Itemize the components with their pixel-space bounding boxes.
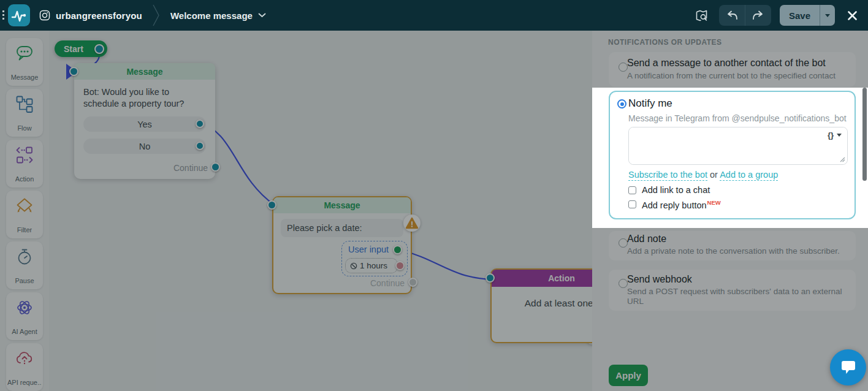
send-message-title[interactable]: Send a message to another contact of the… — [627, 58, 826, 69]
send-webhook-title[interactable]: Send webhook — [627, 274, 692, 285]
continue-row-disabled: Continue — [370, 278, 405, 288]
message-node-2-input-port[interactable] — [267, 200, 276, 210]
undo-button[interactable] — [719, 5, 745, 26]
add-reply-button-label[interactable]: Add reply buttonNEW — [642, 199, 721, 210]
quick-reply-button-no[interactable]: No — [83, 139, 206, 154]
undo-icon — [726, 10, 738, 21]
quick-reply-no-label: No — [139, 142, 151, 151]
chat-bubble-icon — [839, 359, 858, 376]
add-chat-link-checkbox[interactable] — [628, 186, 636, 194]
chevron-down-icon — [258, 13, 266, 18]
flow-name-dropdown[interactable]: Welcome message — [170, 10, 266, 21]
timeout-output-port[interactable] — [395, 261, 405, 270]
continue-output-port-disabled — [408, 278, 417, 287]
variables-braces-icon: {} — [828, 131, 834, 140]
bot-links-row: Subscribe to the bot or Add to a group — [628, 170, 778, 180]
option-notify-me[interactable]: Notify me Message in Telegram from @send… — [609, 91, 856, 219]
minimap-button[interactable] — [693, 6, 710, 25]
no-output-port[interactable] — [196, 142, 204, 150]
quick-reply-button-yes[interactable]: Yes — [83, 116, 206, 132]
warning-triangle-icon — [405, 217, 419, 229]
action-node[interactable]: Action Add at least one t — [490, 268, 592, 343]
sidebar-item-api-request[interactable]: API reque... — [6, 343, 43, 391]
start-node[interactable]: Start — [55, 40, 107, 57]
add-reply-button-checkbox[interactable] — [628, 200, 636, 208]
option-send-message[interactable]: Send a message to another contact of the… — [609, 52, 856, 87]
caret-down-icon — [825, 14, 830, 17]
continue-row: Continue — [173, 163, 208, 173]
apply-button[interactable]: Apply — [609, 365, 648, 386]
user-input-group[interactable]: User input 1 hours — [341, 241, 408, 276]
redo-button[interactable] — [745, 5, 771, 26]
yes-output-port[interactable] — [196, 120, 204, 128]
add-note-description: Add a private note to the conversation w… — [627, 246, 840, 256]
variables-dropdown-button[interactable]: {} — [828, 131, 842, 140]
send-message-description: A notification from the current bot to t… — [627, 71, 836, 81]
flow-canvas[interactable]: Start Message Bot: Would you like to sch… — [49, 31, 592, 391]
start-output-port[interactable] — [94, 44, 104, 54]
add-note-title[interactable]: Add note — [627, 233, 666, 245]
message-node-2[interactable]: Message Please pick a date: User input — [272, 196, 412, 294]
stopwatch-icon — [15, 248, 34, 266]
quick-reply-yes-label: Yes — [137, 120, 152, 129]
send-webhook-radio[interactable] — [619, 279, 628, 288]
message-node-2-text-box: Please pick a date: — [281, 219, 403, 237]
action-node-text: Add at least one t — [492, 298, 592, 309]
sidebar-item-label: Flow — [17, 124, 31, 132]
panel-scrollbar-thumb[interactable] — [862, 88, 867, 181]
add-reply-button-text: Add reply button — [642, 200, 707, 210]
support-chat-button[interactable] — [830, 349, 866, 385]
send-webhook-description: Send a POST request with subscribers' da… — [627, 287, 853, 306]
notify-message-textarea[interactable] — [629, 127, 847, 164]
flow-builder-app: urbangreensforyou Welcome message — [0, 0, 868, 391]
ai-atom-icon — [15, 298, 34, 317]
sidebar-item-filter[interactable]: Filter — [6, 191, 43, 238]
instagram-icon — [39, 10, 50, 21]
user-input-output-port[interactable] — [393, 245, 402, 254]
filter-diamond-icon — [15, 197, 34, 215]
save-dropdown-button[interactable] — [820, 5, 835, 26]
pulse-line-icon — [9, 6, 29, 25]
sidebar-item-flow[interactable]: Flow — [6, 89, 43, 137]
resize-handle-icon[interactable] — [840, 157, 845, 162]
add-to-group-link[interactable]: Add to a group — [720, 170, 778, 181]
sidebar-item-ai-agent[interactable]: AI Agent — [6, 292, 43, 340]
no-reply-icon — [350, 262, 357, 270]
sidebar-item-message[interactable]: Message — [6, 38, 43, 86]
close-button[interactable] — [843, 6, 861, 25]
continue-label: Continue — [370, 278, 405, 288]
option-send-webhook[interactable]: Send webhook Send a POST request with su… — [609, 270, 856, 311]
continue-output-port[interactable] — [211, 162, 220, 172]
message-node-1[interactable]: Message Bot: Would you like to schedule … — [74, 63, 215, 179]
action-node-input-port[interactable] — [485, 273, 495, 283]
add-chat-link-label[interactable]: Add link to a chat — [642, 185, 710, 195]
option-add-note[interactable]: Add note Add a private note to the conve… — [609, 231, 856, 260]
notify-message-field-wrap: {} — [628, 127, 848, 165]
sidebar-item-pause[interactable]: Pause — [6, 241, 43, 289]
sidebar-item-label: AI Agent — [12, 328, 37, 335]
add-note-radio[interactable] — [619, 238, 628, 248]
new-badge: NEW — [707, 199, 721, 206]
panel-section-title: NOTIFICATIONS OR UPDATES — [608, 38, 722, 47]
breadcrumb-separator — [153, 4, 160, 27]
notify-me-radio[interactable] — [617, 99, 626, 108]
notify-me-title[interactable]: Notify me — [628, 97, 672, 110]
elements-sidebar: Message Flow Action — [0, 31, 49, 391]
message-node-2-title: Message — [324, 200, 360, 210]
sendpulse-logo — [8, 4, 30, 26]
close-icon — [847, 10, 858, 21]
start-node-label: Start — [64, 44, 83, 54]
message-node-2-text: Please pick a date: — [287, 223, 362, 233]
minimap-icon — [695, 9, 709, 23]
message-node-1-input-port[interactable] — [69, 67, 78, 76]
subscribe-to-bot-link[interactable]: Subscribe to the bot — [628, 170, 707, 181]
top-bar: urbangreensforyou Welcome message — [0, 0, 868, 31]
send-message-radio[interactable] — [619, 63, 628, 72]
save-button[interactable]: Save — [780, 5, 820, 26]
spotlight-band: Notify me Message in Telegram from @send… — [592, 88, 868, 228]
sidebar-item-action[interactable]: Action — [6, 140, 43, 188]
timeout-box[interactable]: 1 hours — [345, 258, 398, 273]
message-node-1-header: Message — [74, 63, 215, 80]
warning-badge — [403, 214, 421, 232]
sidebar-item-label: API reque... — [7, 379, 42, 386]
